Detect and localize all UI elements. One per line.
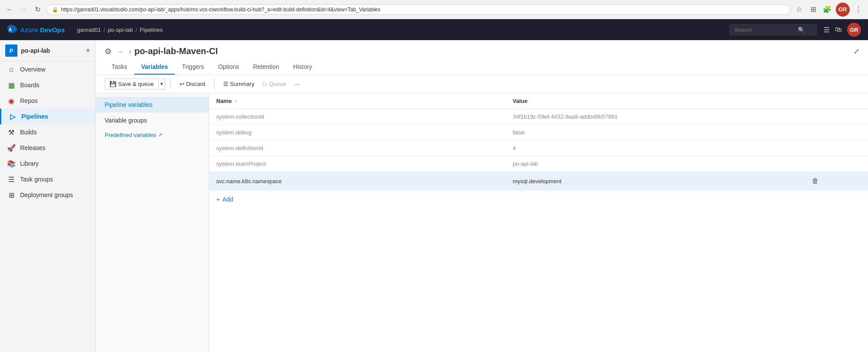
variables-table-area: Name ↑ Value system.collectionId34f1b19c…	[209, 93, 868, 352]
toolbar-separator-2	[214, 79, 214, 89]
var-name-cell-4: svc.name.k8s.namespace	[209, 172, 506, 191]
svg-text:A: A	[9, 27, 12, 32]
azure-devops-logo-icon: A	[7, 24, 17, 35]
sidebar-item-overview[interactable]: ⌂ Overview	[0, 62, 95, 77]
discard-label: Discard	[186, 81, 205, 87]
tab-tasks[interactable]: Tasks	[105, 60, 134, 75]
forward-button[interactable]: →	[18, 4, 29, 15]
breadcrumb-section-link[interactable]: Pipelines	[140, 27, 163, 33]
address-bar: 🔒 https://ganrad01.visualstudio.com/po-a…	[46, 4, 790, 15]
tab-history[interactable]: History	[286, 60, 319, 75]
var-name-cell-3: system.teamProject	[209, 156, 506, 172]
tab-variables[interactable]: Variables	[134, 60, 175, 75]
bookmark-button[interactable]: ☆	[794, 4, 804, 15]
discard-button[interactable]: ↩ Discard	[176, 79, 209, 89]
lock-icon: 🔒	[52, 7, 58, 13]
tab-options[interactable]: Options	[211, 60, 246, 75]
queue-button[interactable]: ▷ Queue	[259, 79, 289, 89]
breadcrumb-sep-1: /	[104, 27, 106, 33]
pipeline-expand-button[interactable]: ⤢	[854, 47, 859, 55]
top-header: A Azure DevOps ganrad01 / po-api-lab / P…	[0, 19, 868, 40]
releases-icon: 🚀	[7, 144, 16, 152]
search-input[interactable]	[734, 27, 795, 33]
header-search: 🔍	[729, 24, 817, 35]
sidebar-item-boards[interactable]: ▦ Boards	[0, 77, 95, 93]
sidebar-item-task-groups[interactable]: ☰ Task groups	[0, 171, 95, 187]
more-actions-button[interactable]: ···	[291, 79, 303, 89]
tab-triggers[interactable]: Triggers	[175, 60, 211, 75]
shopping-button[interactable]: 🛍	[835, 26, 842, 34]
pipeline-header: ⚙ ··· › po-api-lab-Maven-CI ⤢ Tasks Vari…	[96, 40, 868, 75]
sidebar-item-deployment-groups[interactable]: ⊞ Deployment groups	[0, 187, 95, 203]
library-icon: 📚	[7, 159, 16, 168]
var-sidebar-item-pipeline[interactable]: Pipeline variables	[96, 97, 209, 113]
save-queue-button[interactable]: 💾 Save & queue	[105, 79, 158, 89]
var-name-cell-2: system.definitionId	[209, 140, 506, 156]
breadcrumb: ganrad01 / po-api-lab / Pipelines	[77, 27, 163, 33]
browser-menu-button[interactable]: ⋮	[853, 4, 864, 15]
pipeline-title-row: ⚙ ··· › po-api-lab-Maven-CI ⤢	[105, 46, 859, 56]
sidebar-item-label-repos: Repos	[20, 97, 37, 104]
table-row: system.debugfalse	[209, 125, 868, 140]
table-row: system.collectionId34f1b19c-59ef-4432-9a…	[209, 109, 868, 125]
refresh-button[interactable]: ↻	[32, 4, 43, 15]
sidebar-item-label-task-groups: Task groups	[20, 176, 53, 183]
summary-icon: ☰	[223, 81, 228, 87]
summary-label: Summary	[230, 81, 255, 87]
pipeline-more-button[interactable]: ···	[115, 47, 126, 56]
sidebar-item-releases[interactable]: 🚀 Releases	[0, 140, 95, 156]
sidebar-item-label-builds: Builds	[20, 129, 37, 136]
var-value-cell-0: 34f1b19c-59ef-4432-9aa9-addbd8b57891	[506, 109, 802, 125]
pipelines-icon: ▷	[8, 112, 17, 121]
extension-button[interactable]: 🧩	[822, 4, 832, 15]
table-row: system.definitionId4	[209, 140, 868, 156]
table-header-row: Name ↑ Value	[209, 93, 868, 109]
breadcrumb-sep-2: /	[136, 27, 137, 33]
sidebar-item-repos[interactable]: ◉ Repos	[0, 93, 95, 109]
more-actions-icon: ···	[295, 81, 300, 87]
action-column-header	[802, 93, 868, 109]
user-avatar[interactable]: GR	[847, 23, 861, 37]
summary-button[interactable]: ☰ Summary	[220, 79, 258, 89]
sidebar-item-builds[interactable]: ⚒ Builds	[0, 124, 95, 140]
repos-icon: ◉	[7, 96, 16, 105]
add-row: + Add	[209, 191, 868, 208]
toolbar-separator-1	[170, 79, 171, 89]
project-icon: P	[5, 44, 17, 57]
pipeline-tabs: Tasks Variables Triggers Options Retenti…	[105, 60, 859, 75]
browser-actions: ☆ ⊞ 🧩 GR ⋮	[794, 3, 864, 17]
sidebar-item-label-releases: Releases	[20, 144, 45, 151]
delete-variable-button-4[interactable]: 🗑	[809, 176, 821, 186]
sidebar: P po-api-lab + ⌂ Overview ▦ Boards ◉ Rep…	[0, 40, 96, 352]
save-queue-dropdown-button[interactable]: ▾	[158, 79, 165, 89]
var-action-cell-2	[802, 140, 868, 156]
sidebar-item-library[interactable]: 📚 Library	[0, 156, 95, 171]
pipeline-build-icon: ⚙	[105, 47, 112, 56]
var-action-cell-1	[802, 125, 868, 140]
var-value-cell-1: false	[506, 125, 802, 140]
pipeline-toolbar: 💾 Save & queue ▾ ↩ Discard ☰ Summary ▷	[96, 75, 868, 93]
back-button[interactable]: ←	[4, 4, 15, 15]
discard-icon: ↩	[180, 81, 184, 87]
sidebar-item-pipelines[interactable]: ▷ Pipelines	[0, 109, 95, 124]
save-icon: 💾	[109, 81, 116, 87]
browser-avatar[interactable]: GR	[836, 3, 850, 17]
variables-table-body: system.collectionId34f1b19c-59ef-4432-9a…	[209, 109, 868, 191]
boards-icon: ▦	[7, 81, 16, 89]
project-add-button[interactable]: +	[85, 46, 90, 55]
azure-logo: A Azure DevOps	[7, 24, 65, 35]
breadcrumb-project-link[interactable]: po-api-lab	[108, 27, 133, 33]
tab-retention[interactable]: Retention	[246, 60, 286, 75]
name-column-header: Name ↑	[209, 93, 506, 109]
ms-logo-button[interactable]: ⊞	[808, 4, 818, 15]
sidebar-item-label-deployment-groups: Deployment groups	[20, 191, 73, 198]
notifications-button[interactable]: ☰	[824, 26, 830, 34]
breadcrumb-org-link[interactable]: ganrad01	[77, 27, 101, 33]
add-variable-button[interactable]: + Add	[216, 196, 233, 203]
predefined-variables-link[interactable]: Predefined variables	[105, 132, 157, 138]
var-value-cell-2: 4	[506, 140, 802, 156]
var-sidebar-item-groups[interactable]: Variable groups	[96, 113, 209, 128]
overview-icon: ⌂	[7, 65, 16, 74]
task-groups-icon: ☰	[7, 175, 16, 184]
table-row: system.teamProjectpo-api-lab	[209, 156, 868, 172]
